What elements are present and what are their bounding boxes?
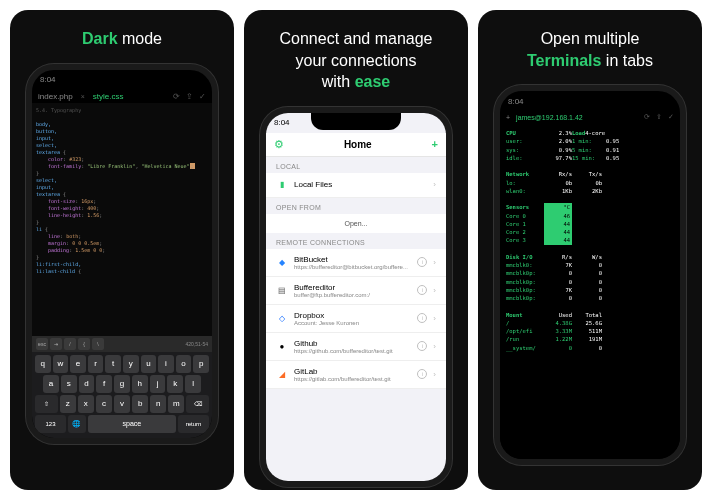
chevron-right-icon: › <box>433 258 436 267</box>
key-z[interactable]: z <box>60 395 76 413</box>
chevron-right-icon: › <box>433 370 436 379</box>
panel-dark-mode: Dark mode 8:04 index.php × style.css ⟳ ⇪… <box>10 10 234 490</box>
device-icon: ▮ <box>276 179 288 191</box>
local-files-row[interactable]: ▮ Local Files › <box>266 173 446 198</box>
key-m[interactable]: m <box>168 395 184 413</box>
tab-ssh[interactable]: james@192.168.1.42 <box>516 114 583 121</box>
key-i[interactable]: i <box>158 355 174 373</box>
terminal-tabs: + james@192.168.1.42 ⟳ ⇪ ✓ <box>500 111 680 123</box>
service-icon: ▤ <box>276 284 288 296</box>
globe-key[interactable]: 🌐 <box>68 415 86 433</box>
code-editor[interactable]: 5.4. Typography body, button, input, sel… <box>32 103 212 336</box>
plus-icon[interactable]: + <box>432 138 438 150</box>
tab-index-php[interactable]: index.php <box>38 92 73 101</box>
chevron-right-icon: › <box>433 286 436 295</box>
export-icon[interactable]: ⇪ <box>656 113 662 121</box>
connection-row[interactable]: ▤Buffereditorbuffer@ftp.buffereditor.com… <box>266 277 446 305</box>
key-x[interactable]: x <box>78 395 94 413</box>
chevron-right-icon: › <box>433 314 436 323</box>
section-open-label: OPEN FROM <box>266 198 446 214</box>
key-j[interactable]: j <box>150 375 166 393</box>
screen: 8:04 ⚙ Home + LOCAL ▮ Local Files › OPEN… <box>266 113 446 481</box>
export-icon[interactable]: ⇪ <box>186 92 193 101</box>
panel-title: Connect and manage your connections with… <box>270 28 443 93</box>
key-s[interactable]: s <box>61 375 77 393</box>
key-e[interactable]: e <box>70 355 86 373</box>
key-r[interactable]: r <box>88 355 104 373</box>
key-k[interactable]: k <box>167 375 183 393</box>
key-b[interactable]: b <box>132 395 148 413</box>
connection-row[interactable]: ◇DropboxAccount: Jesse Kuroneni› <box>266 305 446 333</box>
chevron-right-icon: › <box>433 180 436 189</box>
service-icon: ● <box>276 340 288 352</box>
key-y[interactable]: y <box>123 355 139 373</box>
key-a[interactable]: a <box>43 375 59 393</box>
page-title: Home <box>284 139 432 150</box>
key-u[interactable]: u <box>141 355 157 373</box>
screen: 8:04 index.php × style.css ⟳ ⇪ ✓ 5.4. Ty… <box>32 70 212 438</box>
nav-header: ⚙ Home + <box>266 133 446 157</box>
key-⌫[interactable]: ⌫ <box>186 395 209 413</box>
service-icon: ◆ <box>276 256 288 268</box>
title-accent: Terminals <box>527 52 601 69</box>
key-c[interactable]: c <box>96 395 112 413</box>
tab-style-css[interactable]: style.css <box>93 92 124 101</box>
brace-key[interactable]: { <box>78 338 90 350</box>
key-g[interactable]: g <box>114 375 130 393</box>
panel-connections: Connect and manage your connections with… <box>244 10 468 490</box>
key-d[interactable]: d <box>79 375 95 393</box>
accessory-toolbar: esc ⇥ / { \ 420,51-54 <box>32 336 212 352</box>
numbers-key[interactable]: 123 <box>35 415 66 433</box>
keyboard: qwertyuiop asdfghjkl ⇧zxcvbnm⌫ 123 🌐 spa… <box>32 352 212 438</box>
key-p[interactable]: p <box>193 355 209 373</box>
service-icon: ◢ <box>276 368 288 380</box>
title-accent: Dark <box>82 30 118 47</box>
terminal-output[interactable]: CPU2.3% Load 4-coreuser:2.0% 1 min:0.95s… <box>500 123 680 459</box>
notch <box>77 69 167 87</box>
redo-icon[interactable]: ⟳ <box>644 113 650 121</box>
phone-mockup-3: 8:04 + james@192.168.1.42 ⟳ ⇪ ✓ CPU2.3% … <box>494 85 686 465</box>
screen: 8:04 + james@192.168.1.42 ⟳ ⇪ ✓ CPU2.3% … <box>500 91 680 459</box>
key-v[interactable]: v <box>114 395 130 413</box>
section-local-label: LOCAL <box>266 157 446 173</box>
key-h[interactable]: h <box>132 375 148 393</box>
panel-title: Open multiple Terminals in tabs <box>517 28 663 71</box>
info-icon[interactable]: i <box>417 257 427 267</box>
key-t[interactable]: t <box>105 355 121 373</box>
close-icon[interactable]: × <box>81 93 85 100</box>
return-key[interactable]: return <box>178 415 209 433</box>
phone-mockup-1: 8:04 index.php × style.css ⟳ ⇪ ✓ 5.4. Ty… <box>26 64 218 444</box>
panel-terminals: Open multiple Terminals in tabs 8:04 + j… <box>478 10 702 490</box>
section-remote-label: REMOTE CONNECTIONS <box>266 233 446 249</box>
key-l[interactable]: l <box>185 375 201 393</box>
backslash-key[interactable]: \ <box>92 338 104 350</box>
slash-key[interactable]: / <box>64 338 76 350</box>
open-button[interactable]: Open... <box>266 214 446 233</box>
key-n[interactable]: n <box>150 395 166 413</box>
key-q[interactable]: q <box>35 355 51 373</box>
check-icon[interactable]: ✓ <box>199 92 206 101</box>
cursor-position: 420,51-54 <box>185 341 208 347</box>
gear-icon[interactable]: ⚙ <box>274 138 284 151</box>
key-o[interactable]: o <box>176 355 192 373</box>
info-icon[interactable]: i <box>417 285 427 295</box>
add-tab-icon[interactable]: + <box>506 114 510 121</box>
editor-tabs: index.php × style.css ⟳ ⇪ ✓ <box>32 90 212 103</box>
connection-row[interactable]: ◢GitLabhttps://gitlab.com/buffereditor/t… <box>266 361 446 389</box>
space-key[interactable]: space <box>88 415 176 433</box>
connection-row[interactable]: ●Githubhttps://github.com/buffereditor/t… <box>266 333 446 361</box>
info-icon[interactable]: i <box>417 341 427 351</box>
key-f[interactable]: f <box>96 375 112 393</box>
redo-icon[interactable]: ⟳ <box>173 92 180 101</box>
service-icon: ◇ <box>276 312 288 324</box>
info-icon[interactable]: i <box>417 369 427 379</box>
esc-key[interactable]: esc <box>36 338 48 350</box>
tab-key[interactable]: ⇥ <box>50 338 62 350</box>
notch <box>545 90 635 108</box>
notch <box>311 112 401 130</box>
check-icon[interactable]: ✓ <box>668 113 674 121</box>
key-w[interactable]: w <box>53 355 69 373</box>
info-icon[interactable]: i <box>417 313 427 323</box>
key-⇧[interactable]: ⇧ <box>35 395 58 413</box>
connection-row[interactable]: ◆BitBuckethttps://buffereditor@bitbucket… <box>266 249 446 277</box>
